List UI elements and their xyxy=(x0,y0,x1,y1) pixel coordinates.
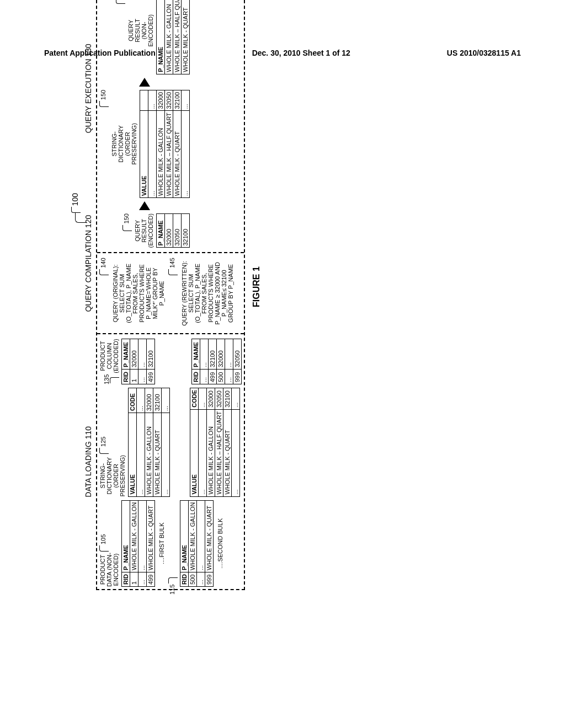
query-rewritten: QUERY (REWRITTEN): SELECT SUM (O_TOTAL),… xyxy=(179,258,236,329)
ref-125: 125 xyxy=(100,437,106,447)
divider-2 xyxy=(97,253,244,254)
product-nonenc-table-1: RIDP_NAME 1WHOLE MILK - GALLON ...... 49… xyxy=(121,500,155,587)
ref-105: 105 xyxy=(100,534,106,544)
ref-150b: 150 xyxy=(100,90,106,100)
ref-145: 145 xyxy=(169,258,175,268)
product-nonenc-title: PRODUCTDATA (NON-ENCODED) xyxy=(99,553,119,587)
ref-140: 140 xyxy=(100,258,106,268)
dashed-container: PRODUCTDATA (NON-ENCODED) 105 RIDP_NAME … xyxy=(96,0,245,590)
product-encoded-col: 135 PRODUCTCOLUMN(ENCODED) RIDP_NAME 132… xyxy=(99,339,242,384)
query-result-nonencoded-col: 160 QUERYRESULT(NON-ENCODED) P_NAME WHOL… xyxy=(116,0,190,74)
string-dict-title: STRING-DICTIONARY(ORDERPRESERVING) xyxy=(99,455,126,497)
product-enc-table-2: RIDP_NAME ...... 49932100 50032000 .....… xyxy=(191,339,242,384)
figure-label: FIGURE 1 xyxy=(252,0,262,590)
query-original: QUERY (ORIGINAL): SELECT SUM (O_TOTAL), … xyxy=(110,258,167,329)
data-loading-section: PRODUCTDATA (NON-ENCODED) 105 RIDP_NAME … xyxy=(99,339,242,587)
product-nonencoded-col: PRODUCTDATA (NON-ENCODED) 105 RIDP_NAME … xyxy=(99,500,225,587)
string-dict-col: STRING-DICTIONARY(ORDERPRESERVING) 125 V… xyxy=(99,388,240,497)
arrow-icon-1 xyxy=(139,201,150,210)
first-bulk-label: ....FIRST BULK xyxy=(158,500,165,587)
arrow-icon-2 xyxy=(139,78,150,87)
stage-labels: 100 DATA LOADING 110 QUERY COMPILATION 1… xyxy=(84,0,93,590)
product-enc-table-1: RIDP_NAME 132000 ...... 49932100 xyxy=(121,339,155,384)
query-compilation-section: 140 QUERY (ORIGINAL): SELECT SUM (O_TOTA… xyxy=(99,258,242,329)
query-result-nonenc-table: P_NAME WHOLE MILK - GALLON WHOLE MILK – … xyxy=(156,0,190,74)
dict-exec-title: STRING-DICTIONARY(ORDERPRESERVING) xyxy=(111,90,137,198)
product-enc-title: PRODUCTCOLUMN(ENCODED) xyxy=(99,339,119,373)
qre-title: QUERYRESULT(ENCODED) xyxy=(134,213,154,248)
figure-content: 100 DATA LOADING 110 QUERY COMPILATION 1… xyxy=(84,0,481,590)
ref-150a: 150 xyxy=(123,213,130,223)
query-result-encoded-col: 150 QUERYRESULT(ENCODED) P_NAME 32000 32… xyxy=(122,213,190,248)
ref-100: 100 xyxy=(71,193,81,213)
ref-135: 135 xyxy=(103,374,110,384)
string-dict-exec-col: 150 STRING-DICTIONARY(ORDERPRESERVING) V… xyxy=(99,90,190,198)
product-nonenc-table-2: RIDP_NAME 500WHOLE MILK - GALLON ...... … xyxy=(180,500,214,587)
string-dict-table-1: VALUECODE ...... WHOLE MILK - GALLON3200… xyxy=(128,388,170,497)
query-execution-section: 150 QUERYRESULT(ENCODED) P_NAME 32000 32… xyxy=(99,0,242,248)
ref-115: 115 xyxy=(169,585,175,595)
stage-data-loading: DATA LOADING 110 xyxy=(84,334,93,590)
divider-1 xyxy=(97,333,244,334)
dict-exec-table: VALUE ...... WHOLE MILK - GALLON32000 WH… xyxy=(140,90,190,198)
second-bulk-label: ....SECOND BULK xyxy=(217,500,223,587)
query-result-enc-table: P_NAME 32000 32050 32100 xyxy=(156,213,190,248)
string-dict-table-2: VALUECODE ...... WHOLE MILK - GALLON3200… xyxy=(190,388,240,497)
stage-query-execution: QUERY EXECUTION 130 xyxy=(84,0,93,194)
qrne-title: QUERYRESULT(NON-ENCODED) xyxy=(127,0,154,74)
